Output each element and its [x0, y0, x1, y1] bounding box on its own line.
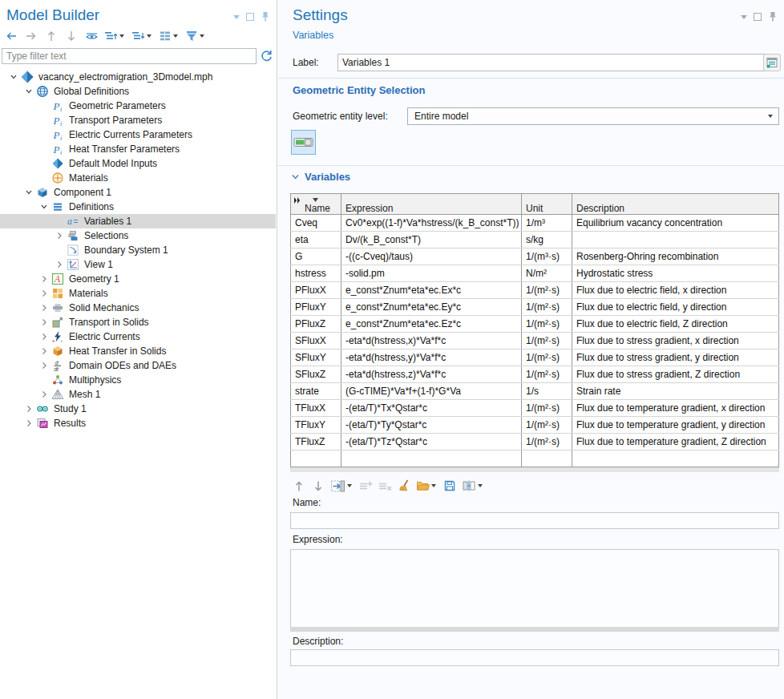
variable-row[interactable]: PFluxZe_const*Znum*eta*ec.Ez*c1/(m²·s)Fl…	[291, 316, 779, 333]
chevron-down-icon[interactable]	[22, 85, 36, 98]
expression-textarea[interactable]	[290, 549, 779, 627]
variable-row[interactable]: PFluxXe_const*Znum*eta*ec.Ex*c1/(m²·s)Fl…	[291, 282, 779, 299]
cell-unit[interactable]: 1/(m²·s)	[522, 366, 572, 383]
expression-scrollbar[interactable]	[290, 627, 779, 632]
cell-expression[interactable]: -(eta/T)*Tz*Qstar*c	[341, 434, 522, 451]
move-up-icon[interactable]	[44, 29, 59, 43]
show-eye-icon[interactable]	[84, 29, 99, 43]
variable-row[interactable]: strate(G-cTIME)*Va*f+(1-f)*G*Va1/sStrain…	[291, 383, 779, 400]
cell-expression[interactable]: -solid.pm	[341, 265, 522, 282]
geometric-entity-level-select[interactable]: Entire model	[407, 107, 779, 125]
tree-item-transport-in-solids[interactable]: Transport in Solids	[0, 315, 276, 329]
clear-broom-icon[interactable]	[397, 479, 411, 493]
panel-menu-caret-icon[interactable]	[741, 15, 747, 19]
chevron-right-icon[interactable]	[52, 258, 67, 271]
expand-all-button[interactable]	[131, 29, 153, 43]
variable-row[interactable]: etaDv/(k_B_const*T)s/kg	[291, 232, 779, 248]
column-header-unit[interactable]: Unit	[522, 194, 572, 215]
chevron-right-icon[interactable]	[22, 402, 36, 415]
float-window-icon[interactable]	[246, 13, 254, 21]
cell-description[interactable]: Flux due to temperature gradient, y dire…	[572, 417, 779, 434]
variable-row[interactable]: CveqCv0*exp((1-f)*Va*hstress/(k_B_const*…	[291, 215, 779, 232]
column-header-expression[interactable]: Expression	[341, 194, 522, 215]
panel-menu-caret-icon[interactable]	[233, 15, 240, 19]
chevron-right-icon[interactable]	[37, 388, 51, 401]
save-icon[interactable]	[443, 479, 457, 493]
forward-arrow-icon[interactable]	[24, 29, 38, 43]
label-input[interactable]	[337, 54, 776, 71]
cell-unit[interactable]: 1/(m²·s)	[522, 400, 572, 417]
chevron-right-icon[interactable]	[37, 330, 51, 343]
cell-expression[interactable]: -eta*d(hstress,y)*Va*f*c	[341, 350, 522, 366]
tree-item-root[interactable]: vacancy_electromigration_3Dmodel.mph	[0, 70, 276, 84]
cell-unit[interactable]: 1/(m³·s)	[522, 248, 572, 265]
tree-item-view-1[interactable]: View 1	[0, 257, 276, 272]
cell-name[interactable]: Cveq	[291, 215, 341, 232]
cell-expression[interactable]: e_const*Znum*eta*ec.Ey*c	[341, 299, 522, 316]
load-folder-icon[interactable]	[416, 479, 438, 493]
tree-item-component-1[interactable]: Component 1	[0, 185, 276, 200]
chevron-right-icon[interactable]	[22, 417, 36, 430]
tree-item-definitions[interactable]: Definitions	[0, 200, 276, 214]
cell-name[interactable]: PFluxY	[291, 299, 341, 316]
tree-item-electric-currents[interactable]: +-Electric Currents	[0, 329, 276, 344]
active-toggle-button[interactable]	[291, 130, 316, 155]
tree-item-mesh-1[interactable]: Mesh 1	[0, 387, 276, 402]
chevron-down-icon[interactable]	[37, 200, 51, 213]
pin-icon[interactable]	[261, 11, 270, 22]
collapse-all-button[interactable]	[104, 29, 126, 43]
cell-expression[interactable]: -(eta/T)*Ty*Qstar*c	[341, 417, 522, 434]
column-header-name[interactable]: Name	[291, 194, 341, 215]
filter-input[interactable]	[2, 48, 257, 64]
cell-name[interactable]: TFluxZ	[291, 434, 341, 451]
cell-description[interactable]: Hydrostatic stress	[572, 265, 779, 282]
cell-expression[interactable]: e_const*Znum*eta*ec.Ex*c	[341, 282, 522, 299]
cell-expression[interactable]	[341, 451, 522, 467]
tree-item-materials[interactable]: Materials	[0, 286, 276, 301]
sort-columns-icon[interactable]	[293, 197, 301, 204]
cell-description[interactable]: Flux due to stress gradient, x direction	[572, 333, 779, 350]
move-down-icon[interactable]	[64, 29, 79, 43]
cell-expression[interactable]: e_const*Znum*eta*ec.Ez*c	[341, 316, 522, 333]
cell-description[interactable]	[572, 451, 779, 467]
cell-expression[interactable]: Dv/(k_B_const*T)	[341, 232, 522, 248]
cell-description[interactable]: Flux due to electric field, x direction	[572, 282, 779, 299]
variable-row[interactable]: TFluxZ-(eta/T)*Tz*Qstar*c1/(m²·s)Flux du…	[291, 434, 779, 451]
model-tree-node-text-button[interactable]	[159, 29, 180, 43]
tree-item-boundary-system-1[interactable]: Boundary System 1	[0, 243, 276, 257]
tree-item-domain-odes-and-daes[interactable]: ddtDomain ODEs and DAEs	[0, 358, 276, 373]
tree-item-transport-parameters[interactable]: PiTransport Parameters	[0, 113, 276, 127]
variable-row[interactable]	[291, 451, 779, 467]
cell-expression[interactable]: (G-cTIME)*Va*f+(1-f)*G*Va	[341, 383, 522, 400]
cell-unit[interactable]: 1/(m²·s)	[522, 434, 572, 451]
tree-item-geometry-1[interactable]: AGeometry 1	[0, 272, 276, 286]
cell-name[interactable]: hstress	[291, 265, 341, 282]
tree-item-selections[interactable]: Selections	[0, 228, 276, 243]
cell-name[interactable]	[291, 451, 341, 467]
cell-unit[interactable]: 1/(m²·s)	[522, 299, 572, 316]
tree-item-variables-1[interactable]: a=Variables 1	[0, 214, 276, 228]
table-horizontal-scrollbar[interactable]	[290, 467, 779, 472]
move-down-icon[interactable]	[311, 479, 325, 493]
cell-name[interactable]: TFluxY	[291, 417, 341, 434]
cell-description[interactable]: Flux due to electric field, y direction	[572, 299, 779, 316]
chevron-right-icon[interactable]	[52, 229, 67, 242]
cell-name[interactable]: SFluxZ	[291, 366, 341, 383]
cell-expression[interactable]: -(eta/T)*Tx*Qstar*c	[341, 400, 522, 417]
cell-name[interactable]: PFluxX	[291, 282, 341, 299]
cell-unit[interactable]: 1/(m²·s)	[522, 316, 572, 333]
cell-unit[interactable]: N/m²	[522, 265, 572, 282]
show-in-table-button[interactable]	[763, 54, 781, 71]
chevron-right-icon[interactable]	[37, 359, 51, 372]
cell-unit[interactable]	[522, 451, 572, 467]
cell-unit[interactable]: 1/(m²·s)	[522, 417, 572, 434]
chevron-right-icon[interactable]	[37, 301, 51, 314]
description-input[interactable]	[290, 649, 779, 666]
variable-row[interactable]: SFluxY-eta*d(hstress,y)*Va*f*c1/(m²·s)Fl…	[291, 350, 779, 366]
tree-item-heat-transfer-in-solids[interactable]: Heat Transfer in Solids	[0, 344, 276, 358]
variable-row[interactable]: PFluxYe_const*Znum*eta*ec.Ey*c1/(m²·s)Fl…	[291, 299, 779, 316]
tree-item-multiphysics[interactable]: Multiphysics	[0, 373, 276, 387]
delete-row-icon[interactable]	[378, 479, 392, 493]
cell-description[interactable]	[572, 232, 779, 248]
column-header-description[interactable]: Description	[572, 194, 779, 215]
